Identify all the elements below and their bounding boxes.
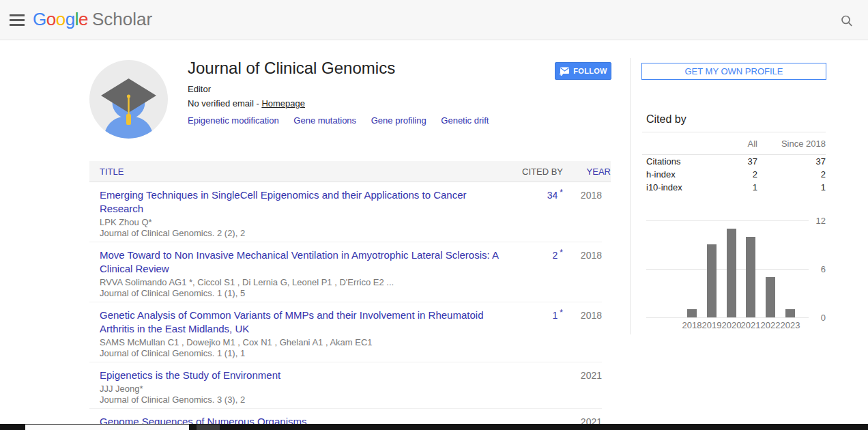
publications-rows: Emerging Techniques in SingleCell Epigen…: [89, 182, 611, 430]
stats-col-all[interactable]: All: [710, 139, 757, 149]
top-navigation-bar: GoogleScholar: [0, 0, 868, 40]
chart-x-tick-label: 2021: [740, 320, 762, 330]
follow-button-label: FOLLOW: [573, 67, 607, 75]
cited-by-heading: Cited by: [646, 113, 686, 126]
stats-row-h-index: h-index 2 2: [642, 168, 826, 181]
taskbar-gray-segment: [197, 425, 220, 430]
publication-venue: Journal of Clinical Genomics. 3 (3), 2: [100, 395, 508, 405]
interest-link-gene-mutations[interactable]: Gene mutations: [293, 115, 356, 126]
publication-row: Move Toward to Non Invasive Mechanical V…: [89, 242, 602, 302]
follow-button[interactable]: FOLLOW: [555, 62, 611, 80]
publication-title-link[interactable]: Emerging Techniques in SingleCell Epigen…: [100, 188, 508, 216]
menu-icon[interactable]: [10, 14, 25, 26]
interest-link-epigenetic-modification[interactable]: Epigenetic modification: [188, 115, 279, 126]
publications-table-header: TITLE CITED BY YEAR: [89, 161, 611, 182]
publication-authors: RVVA Solimando AG1 *, Ciccol S1 , Di Ler…: [100, 277, 508, 287]
stats-value-all: 2: [710, 169, 757, 180]
chart-bar-2023[interactable]: [785, 309, 795, 317]
get-my-own-profile-button[interactable]: GET MY OWN PROFILE: [641, 63, 826, 80]
citation-merge-asterisk: *: [560, 188, 563, 197]
y-tick-label: 12: [811, 216, 826, 226]
stats-row-i10-index: i10-index 1 1: [642, 181, 826, 194]
chart-bar-2019[interactable]: [707, 244, 717, 317]
stats-label: Citations: [642, 156, 710, 167]
chart-bar-2021[interactable]: [746, 237, 755, 317]
publication-row: Emerging Techniques in SingleCell Epigen…: [89, 182, 602, 242]
stats-value-since: 1: [757, 182, 826, 192]
profile-name: Journal of Clinical Genomics: [188, 59, 542, 78]
chart-x-tick-label: 2023: [779, 320, 801, 330]
publication-year: 2021: [563, 369, 602, 405]
stats-label: i10-index: [642, 182, 710, 192]
logo-scholar-text: Scholar: [92, 9, 152, 29]
publication-year: 2018: [563, 188, 602, 238]
publication-year: 2018: [563, 248, 602, 298]
stats-col-since[interactable]: Since 2018: [757, 139, 826, 149]
logo-letter: g: [66, 9, 75, 29]
publication-authors: LPK Zhou Q*: [100, 217, 508, 227]
cited-by-column-header: CITED BY: [522, 167, 563, 177]
stats-value-all: 37: [710, 156, 757, 167]
publication-row: Genetic Analysis of Common Variants of M…: [89, 302, 602, 362]
chart-bar-2022[interactable]: [766, 277, 775, 317]
stats-header-row: All Since 2018: [642, 132, 826, 155]
chart-bar-2018[interactable]: [687, 309, 697, 317]
y-tick-label: 6: [811, 264, 826, 274]
taskbar-light-segment: [25, 425, 189, 430]
homepage-link[interactable]: Homepage: [261, 98, 305, 109]
email-status-text: No verified email -: [188, 98, 261, 109]
publication-authors: SAMS McMullan C1 , Dowejko M1 , Cox N1 ,…: [100, 337, 508, 347]
publication-venue: Journal of Clinical Genomics. 1 (1), 5: [100, 288, 508, 298]
publication-authors: JJJ Jeong*: [100, 384, 508, 394]
profile-avatar[interactable]: [89, 60, 168, 139]
citation-merge-asterisk: *: [560, 308, 563, 317]
stats-row-citations: Citations 37 37: [642, 155, 826, 168]
publication-row: Epigenetics is the Study of Environment …: [89, 362, 602, 408]
logo-letter: e: [78, 9, 88, 29]
logo-letter: G: [33, 9, 46, 29]
stats-label: h-index: [642, 169, 710, 180]
interest-link-genetic-drift[interactable]: Genetic drift: [441, 115, 489, 126]
logo-letter: o: [56, 9, 66, 29]
stats-value-since: 2: [757, 169, 826, 180]
publication-cited-by-count[interactable]: 1*: [508, 309, 563, 358]
profile-role: Editor: [188, 84, 542, 94]
google-scholar-profile-page: GoogleScholar Journal o: [0, 0, 868, 430]
logo-letter: o: [46, 9, 56, 29]
citation-stats-table: All Since 2018 Citations 37 37 h-index 2…: [642, 132, 826, 194]
publication-title-link[interactable]: Genetic Analysis of Common Variants of M…: [100, 309, 508, 336]
publication-title-link[interactable]: Move Toward to Non Invasive Mechanical V…: [100, 248, 508, 276]
chart-baseline: [646, 317, 809, 318]
chart-bar-2020[interactable]: [727, 229, 736, 317]
search-icon[interactable]: [839, 14, 854, 29]
google-scholar-logo[interactable]: GoogleScholar: [33, 9, 152, 30]
publication-cited-by-count[interactable]: 2*: [508, 248, 563, 298]
interest-link-gene-profiling[interactable]: Gene profiling: [371, 115, 426, 126]
publication-venue: Journal of Clinical Genomics. 2 (2), 2: [100, 228, 508, 238]
citation-merge-asterisk: *: [560, 248, 563, 257]
chart-x-tick-label: 2019: [701, 320, 723, 330]
y-tick-label: 0: [811, 313, 826, 323]
citations-chart-xlabels: 201820192020202120222023: [646, 320, 809, 331]
sidebar-divider: [630, 58, 631, 334]
stats-value-all: 1: [710, 182, 757, 192]
publication-cited-by-count: [508, 369, 563, 405]
chart-x-tick-label: 2022: [760, 320, 781, 330]
profile-info: Journal of Clinical Genomics Editor No v…: [188, 59, 542, 126]
envelope-plus-icon: [559, 67, 570, 76]
stats-value-since: 37: [757, 156, 826, 167]
publication-venue: Journal of Clinical Genomics. 1 (1), 1: [100, 348, 508, 358]
interests-list: Epigenetic modification Gene mutations G…: [188, 115, 542, 126]
publication-cited-by-count[interactable]: 34*: [508, 188, 563, 238]
get-my-own-profile-label: GET MY OWN PROFILE: [685, 66, 783, 76]
sort-by-year-link[interactable]: YEAR: [587, 167, 611, 177]
taskbar-edge-strip: [0, 424, 868, 430]
citations-chart-plot: [646, 220, 809, 317]
profile-email-line: No verified email - Homepage: [188, 98, 542, 109]
chart-x-tick-label: 2018: [681, 320, 703, 330]
gridline: [646, 220, 809, 221]
publication-title-link[interactable]: Epigenetics is the Study of Environment: [100, 369, 508, 382]
publications-table: TITLE CITED BY YEAR Emerging Techniques …: [89, 161, 611, 430]
publication-year: 2018: [563, 309, 602, 358]
sort-by-title-link[interactable]: TITLE: [100, 167, 124, 177]
